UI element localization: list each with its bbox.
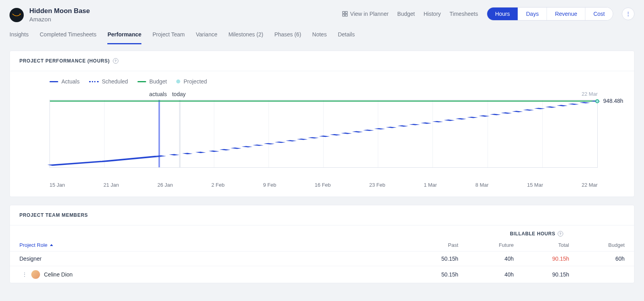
performance-chart: actuals today 22 Mar [50,89,598,180]
tab-insights[interactable]: Insights [10,31,29,44]
tab-project-team[interactable]: Project Team [152,31,185,44]
x-tick: 21 Jan [103,182,119,188]
cell-budget: 60h [569,256,625,262]
ellipsis-vertical-icon: ⋮ [625,11,631,17]
today-marker-label: today [172,91,185,97]
chart-end-value: 948.48h [603,98,623,104]
sub-tabs: Insights Completed Timesheets Performanc… [0,23,644,44]
cell-future: 40h [458,256,514,262]
projected-end-point [595,99,599,103]
x-tick: 26 Jan [157,182,173,188]
col-budget[interactable]: Budget [569,242,625,248]
tab-notes[interactable]: Notes [312,31,327,44]
x-tick: 22 Mar [581,182,597,188]
role-label: Designer [19,256,403,262]
view-hours[interactable]: Hours [487,8,518,20]
view-toggle: Hours Days Revenue Cost [487,7,613,21]
legend-budget-swatch [137,81,146,82]
scheduled-line [158,101,597,156]
chart-end-date: 22 Mar [582,91,598,97]
team-card: PROJECT TEAM MEMBERS BILLABLE HOURS ? Pr… [10,205,634,283]
more-menu-button[interactable]: ⋮ [622,8,634,20]
performance-title: PROJECT PERFORMANCE (HOURS) [19,58,110,64]
x-tick: 16 Feb [315,182,331,188]
help-icon[interactable]: ? [113,58,118,64]
svg-rect-3 [345,14,347,16]
col-future[interactable]: Future [458,242,514,248]
sort-project-role[interactable]: Project Role [19,242,403,248]
col-past[interactable]: Past [403,242,458,248]
view-in-planner-link[interactable]: View in Planner [342,11,389,17]
view-revenue[interactable]: Revenue [547,8,585,20]
tab-variance[interactable]: Variance [196,31,217,44]
x-tick: 9 Feb [263,182,276,188]
tab-phases[interactable]: Phases (6) [274,31,301,44]
billable-hours-header: BILLABLE HOURS [510,231,555,237]
svg-rect-0 [343,11,345,13]
team-role-row: Designer 50.15h 40h 90.15h 60h [10,251,634,266]
legend-scheduled-label: Scheduled [102,78,128,85]
x-tick: 1 Mar [424,182,437,188]
cell-total: 90.15h [514,256,569,262]
team-title: PROJECT TEAM MEMBERS [19,212,88,218]
x-tick: 2 Feb [211,182,225,188]
col-total[interactable]: Total [514,242,569,248]
performance-card: PROJECT PERFORMANCE (HOURS) ? Actuals Sc… [10,51,634,197]
legend-projected-swatch [176,80,180,83]
cell-total: 90.15h [514,271,569,278]
cell-past: 50.15h [403,256,458,262]
x-tick: 15 Mar [527,182,543,188]
cell-past: 50.15h [403,271,458,278]
tab-performance[interactable]: Performance [107,31,141,44]
timesheets-link[interactable]: Timesheets [450,11,478,17]
chart-legend: Actuals Scheduled Budget Projected [13,78,631,89]
legend-scheduled-swatch [89,81,99,82]
row-menu-button[interactable]: ⋮ [22,271,27,278]
client-name: Amazon [29,16,90,23]
legend-actuals-swatch [50,81,58,82]
project-title: Hidden Moon Base [29,7,90,15]
tab-details[interactable]: Details [338,31,355,44]
team-member-row: ⋮ Celine Dion 50.15h 40h 90.15h [10,266,634,283]
tab-milestones[interactable]: Milestones (2) [229,31,263,44]
client-logo [10,8,24,22]
help-icon[interactable]: ? [558,231,563,237]
chart-x-axis: 15 Jan 21 Jan 26 Jan 2 Feb 9 Feb 16 Feb … [13,180,631,188]
x-tick: 15 Jan [50,182,65,188]
legend-projected-label: Projected [183,78,207,85]
actuals-line [50,156,158,165]
svg-rect-1 [345,11,347,13]
budget-link[interactable]: Budget [397,11,415,17]
cell-future: 40h [458,271,514,278]
legend-budget-label: Budget [149,78,167,85]
view-cost[interactable]: Cost [585,8,613,20]
avatar [31,270,40,279]
history-link[interactable]: History [423,11,441,17]
actuals-marker-label: actuals [149,91,167,97]
tab-completed-timesheets[interactable]: Completed Timesheets [40,31,96,44]
chevron-up-icon [50,244,53,246]
grid-icon [342,11,348,17]
x-tick: 23 Feb [369,182,385,188]
svg-rect-2 [343,14,345,16]
legend-actuals-label: Actuals [61,78,80,85]
member-name: Celine Dion [44,271,72,278]
view-days[interactable]: Days [518,8,547,20]
x-tick: 8 Mar [475,182,488,188]
